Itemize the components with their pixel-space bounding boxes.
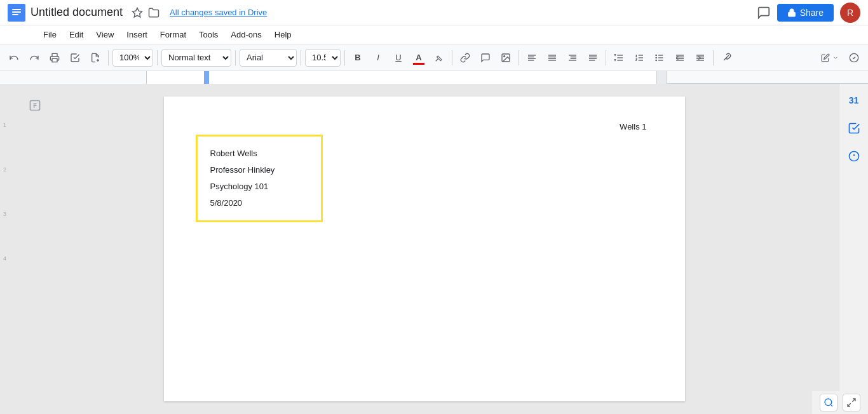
spellcheck-icon xyxy=(70,53,80,63)
chat-icon[interactable] xyxy=(757,6,771,20)
star-icon[interactable] xyxy=(132,7,143,18)
align-left-button[interactable] xyxy=(523,49,541,67)
menu-view[interactable]: View xyxy=(91,27,119,42)
comment-button[interactable] xyxy=(477,49,494,67)
ordered-list-button[interactable] xyxy=(630,49,648,67)
link-button[interactable] xyxy=(456,49,474,67)
outline-panel[interactable] xyxy=(29,99,41,114)
svg-point-9 xyxy=(504,55,505,57)
clear-formatting-button[interactable] xyxy=(717,49,735,67)
font-select[interactable]: Arial xyxy=(240,49,297,67)
svg-line-46 xyxy=(724,55,729,60)
redo-button[interactable] xyxy=(25,49,43,67)
text-color-button[interactable]: A xyxy=(410,49,428,67)
left-margin: 1 2 3 4 xyxy=(0,84,10,414)
menu-insert[interactable]: Insert xyxy=(121,27,153,42)
image-icon xyxy=(501,53,511,63)
menu-tools[interactable]: Tools xyxy=(194,27,223,42)
unordered-list-icon xyxy=(654,53,665,63)
pencil-icon xyxy=(821,53,830,62)
ruler-inner xyxy=(146,71,667,84)
user-avatar[interactable]: R xyxy=(840,3,860,23)
title-bar-left: Untitled document All changes saved in D… xyxy=(8,4,757,22)
outline-icon xyxy=(29,99,41,112)
author-name: Robert Wells xyxy=(210,145,308,162)
right-sidebar: 31 xyxy=(839,84,868,414)
increase-indent-button[interactable] xyxy=(691,49,709,67)
title-bar-right: Share R xyxy=(757,3,860,23)
svg-point-36 xyxy=(656,57,656,58)
spellcheck-button[interactable] xyxy=(66,49,84,67)
svg-point-55 xyxy=(825,399,832,406)
main-area: 1 2 3 4 Wells 1 Robert Wells Professor H… xyxy=(0,84,868,414)
justify-button[interactable] xyxy=(584,49,602,67)
keep-sidebar-btn[interactable] xyxy=(844,146,864,166)
svg-rect-5 xyxy=(788,12,795,16)
svg-point-35 xyxy=(656,55,656,55)
linespacing-icon xyxy=(614,53,624,63)
menu-file[interactable]: File xyxy=(38,27,62,42)
paint-format-button[interactable] xyxy=(86,49,104,67)
print-button[interactable] xyxy=(46,49,64,67)
fontsize-select[interactable]: 10.5 xyxy=(305,49,341,67)
decrease-indent-button[interactable] xyxy=(671,49,689,67)
align-left-icon xyxy=(527,53,537,63)
svg-rect-1 xyxy=(12,9,21,10)
svg-marker-4 xyxy=(133,8,142,17)
link-icon xyxy=(460,53,470,63)
undo-button[interactable] xyxy=(5,49,23,67)
comment-icon xyxy=(480,53,491,63)
separator-9 xyxy=(713,50,714,65)
svg-point-37 xyxy=(656,60,656,60)
toolbar: 100% Normal text Arial 10.5 B I U A xyxy=(0,44,868,71)
align-center-button[interactable] xyxy=(543,49,561,67)
separator-7 xyxy=(519,50,519,65)
svg-rect-6 xyxy=(52,58,57,62)
date: 5/8/2020 xyxy=(210,195,308,211)
zoom-select[interactable]: 100% xyxy=(112,49,153,67)
menu-addons[interactable]: Add-ons xyxy=(226,27,266,42)
underline-button[interactable]: U xyxy=(390,49,407,67)
increase-indent-icon xyxy=(695,53,705,63)
header-box[interactable]: Robert Wells Professor Hinkley Psycholog… xyxy=(196,135,323,222)
separator-1 xyxy=(108,50,109,65)
spell-check-toggle[interactable] xyxy=(845,49,863,67)
folder-icon[interactable] xyxy=(148,7,159,18)
document-page: Wells 1 Robert Wells Professor Hinkley P… xyxy=(164,97,685,401)
highlight-button[interactable] xyxy=(430,49,448,67)
ruler-mark-4: 4 xyxy=(3,255,6,262)
doc-title[interactable]: Untitled document xyxy=(31,6,123,19)
menu-format[interactable]: Format xyxy=(155,27,191,42)
line-spacing-button[interactable] xyxy=(610,49,628,67)
checkmark-circle-icon xyxy=(849,53,859,63)
style-select[interactable]: Normal text xyxy=(161,49,231,67)
unordered-list-button[interactable] xyxy=(651,49,668,67)
image-button[interactable] xyxy=(497,49,515,67)
explore-button[interactable] xyxy=(820,394,837,411)
calendar-sidebar-btn[interactable]: 31 xyxy=(844,90,864,110)
align-center-icon xyxy=(547,53,557,63)
editing-mode-button[interactable] xyxy=(817,49,843,67)
separator-2 xyxy=(157,50,158,65)
svg-line-57 xyxy=(852,399,855,402)
share-button[interactable]: Share xyxy=(777,4,834,22)
svg-rect-2 xyxy=(12,11,21,13)
svg-line-58 xyxy=(848,403,851,406)
tasks-sidebar-btn[interactable] xyxy=(844,118,864,138)
menu-bar: File Edit View Insert Format Tools Add-o… xyxy=(0,25,868,44)
keep-icon xyxy=(848,150,860,163)
title-bar: Untitled document All changes saved in D… xyxy=(0,0,868,25)
align-right-button[interactable] xyxy=(564,49,581,67)
professor-name: Professor Hinkley xyxy=(210,162,308,178)
save-status[interactable]: All changes saved in Drive xyxy=(170,8,267,17)
align-right-icon xyxy=(567,53,578,63)
menu-edit[interactable]: Edit xyxy=(64,27,88,42)
italic-button[interactable]: I xyxy=(369,49,387,67)
expand-button[interactable] xyxy=(843,394,860,411)
menu-help[interactable]: Help xyxy=(269,27,297,42)
undo-icon xyxy=(9,53,19,63)
page-area: Wells 1 Robert Wells Professor Hinkley P… xyxy=(10,84,839,414)
ruler-mark-1: 1 xyxy=(3,122,6,128)
bold-button[interactable]: B xyxy=(349,49,367,67)
clear-formatting-icon xyxy=(721,53,731,63)
